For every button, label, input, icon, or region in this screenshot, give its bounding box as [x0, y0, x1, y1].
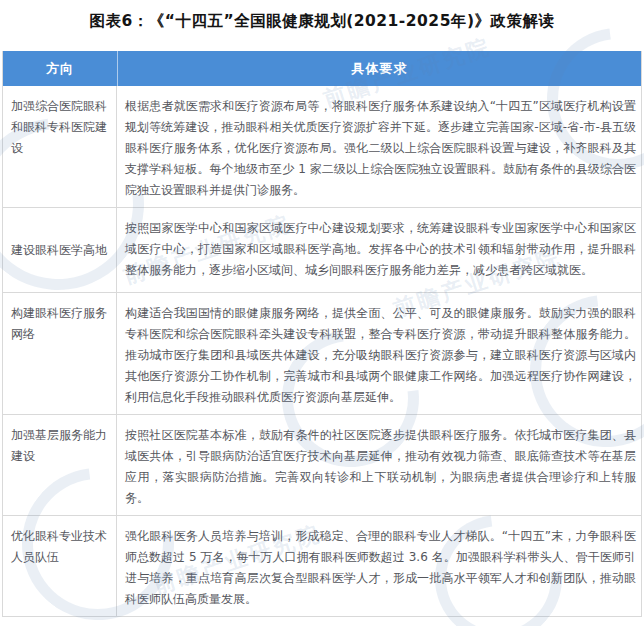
requirement-cell: 按照社区医院基本标准，鼓励有条件的社区医院逐步提供眼科医疗服务。依托城市医疗集团…	[117, 415, 641, 515]
direction-cell: 建设眼科医学高地	[3, 208, 117, 292]
table-header-row: 方向 具体要求	[3, 51, 641, 86]
table-body: 加强综合医院眼科和眼科专科医院建设 根据患者就医需求和医疗资源布局等，将眼科医疗…	[3, 86, 641, 616]
table-row: 加强综合医院眼科和眼科专科医院建设 根据患者就医需求和医疗资源布局等，将眼科医疗…	[3, 86, 641, 207]
requirement-cell: 强化眼科医务人员培养与培训，形成稳定、合理的眼科专业人才梯队。“十四五”末，力争…	[117, 516, 641, 616]
direction-cell: 优化眼科专业技术人员队伍	[3, 516, 117, 616]
requirement-cell: 构建适合我国国情的眼健康服务网络，提供全面、公平、可及的眼健康服务。鼓励实力强的…	[117, 293, 641, 414]
figure-page: 图表6：《“十四五”全国眼健康规划(2021-2025年)》政策解读 方向 具体…	[0, 0, 644, 626]
direction-cell: 加强综合医院眼科和眼科专科医院建设	[3, 86, 117, 207]
direction-cell: 构建眼科医疗服务网络	[3, 293, 117, 414]
table-row: 建设眼科医学高地 按照国家医学中心和国家区域医疗中心建设规划要求，统筹建设眼科专…	[3, 207, 641, 292]
policy-table: 方向 具体要求 加强综合医院眼科和眼科专科医院建设 根据患者就医需求和医疗资源布…	[2, 51, 642, 617]
table-row: 优化眼科专业技术人员队伍 强化眼科医务人员培养与培训，形成稳定、合理的眼科专业人…	[3, 515, 641, 616]
page-title: 图表6：《“十四五”全国眼健康规划(2021-2025年)》政策解读	[0, 0, 644, 32]
header-requirement: 具体要求	[117, 51, 641, 86]
table-row: 构建眼科医疗服务网络 构建适合我国国情的眼健康服务网络，提供全面、公平、可及的眼…	[3, 292, 641, 414]
direction-cell: 加强基层服务能力建设	[3, 415, 117, 515]
requirement-cell: 根据患者就医需求和医疗资源布局等，将眼科医疗服务体系建设纳入“十四五”区域医疗机…	[117, 86, 641, 207]
table-row: 加强基层服务能力建设 按照社区医院基本标准，鼓励有条件的社区医院逐步提供眼科医疗…	[3, 414, 641, 515]
header-direction: 方向	[3, 51, 117, 86]
requirement-cell: 按照国家医学中心和国家区域医疗中心建设规划要求，统筹建设眼科专业国家医学中心和国…	[117, 208, 641, 292]
